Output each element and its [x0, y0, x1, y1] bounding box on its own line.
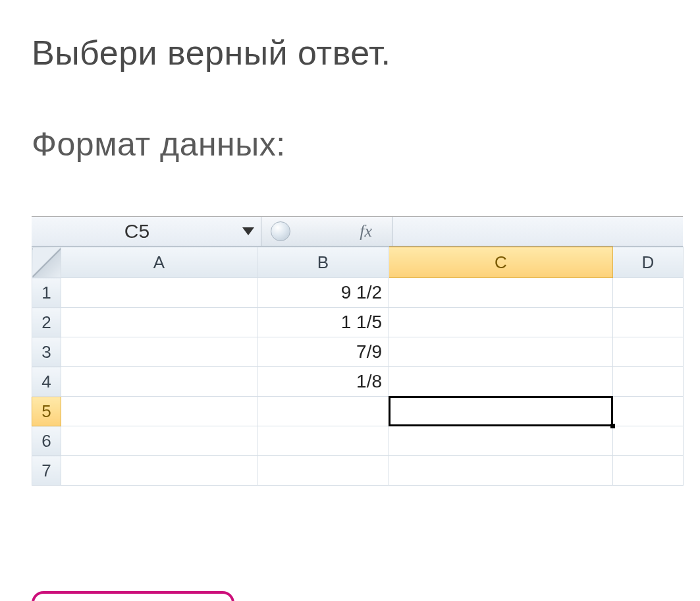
cell-B5[interactable]	[257, 397, 389, 426]
cell-A4[interactable]	[61, 367, 257, 397]
cell-B1[interactable]: 9 1/2	[257, 278, 389, 308]
cell-A3[interactable]	[61, 337, 257, 367]
fx-label: fx	[360, 221, 372, 241]
cell-A7[interactable]	[61, 456, 257, 486]
cell-D3[interactable]	[613, 337, 684, 367]
cell-C5[interactable]	[389, 397, 613, 426]
cell-B6[interactable]	[257, 426, 389, 456]
col-header-D[interactable]: D	[613, 247, 684, 278]
cell-B2[interactable]: 1 1/5	[257, 308, 389, 337]
col-header-B[interactable]: B	[257, 247, 389, 278]
row-header-2[interactable]: 2	[32, 308, 61, 337]
cell-D5[interactable]	[613, 397, 684, 426]
cell-C3[interactable]	[389, 337, 613, 367]
cell-D6[interactable]	[613, 426, 684, 456]
cell-B4[interactable]: 1/8	[257, 367, 389, 397]
namebox-dropdown-icon[interactable]	[242, 227, 254, 235]
row-header-7[interactable]: 7	[32, 456, 61, 486]
row-header-4[interactable]: 4	[32, 367, 61, 397]
col-header-C[interactable]: C	[389, 247, 613, 278]
cell-B3[interactable]: 7/9	[257, 337, 389, 367]
cell-A2[interactable]	[61, 308, 257, 337]
row-header-6[interactable]: 6	[32, 426, 61, 456]
question-subtitle: Формат данных:	[32, 125, 668, 163]
row-header-3[interactable]: 3	[32, 337, 61, 367]
formula-bar: C5 fx	[32, 217, 683, 246]
cell-C4[interactable]	[389, 367, 613, 397]
cell-A1[interactable]	[61, 278, 257, 308]
select-all-corner[interactable]	[32, 247, 61, 278]
cell-C7[interactable]	[389, 456, 613, 486]
cell-D1[interactable]	[613, 278, 684, 308]
grid[interactable]: A B C D 1 9 1/2 2 1 1/5	[32, 246, 684, 486]
col-header-A[interactable]: A	[61, 247, 257, 278]
fx-button[interactable]: fx	[261, 217, 392, 246]
cell-A5[interactable]	[61, 397, 257, 426]
question-title: Выбери верный ответ.	[32, 33, 668, 72]
cell-C1[interactable]	[389, 278, 613, 308]
fx-orb-icon	[271, 221, 290, 241]
fill-handle[interactable]	[610, 424, 615, 428]
spreadsheet: C5 fx A B C D 1	[32, 216, 683, 486]
cell-D4[interactable]	[613, 367, 684, 397]
cell-A6[interactable]	[61, 426, 257, 456]
row-header-1[interactable]: 1	[32, 278, 61, 308]
cell-B7[interactable]	[257, 456, 389, 486]
cell-C6[interactable]	[389, 426, 613, 456]
cell-D2[interactable]	[613, 308, 684, 337]
answer-button[interactable]	[32, 591, 234, 601]
cell-D7[interactable]	[613, 456, 684, 486]
row-header-5[interactable]: 5	[32, 397, 61, 426]
selection-outline	[389, 396, 613, 426]
cell-C2[interactable]	[389, 308, 613, 337]
name-box[interactable]: C5	[32, 217, 242, 246]
